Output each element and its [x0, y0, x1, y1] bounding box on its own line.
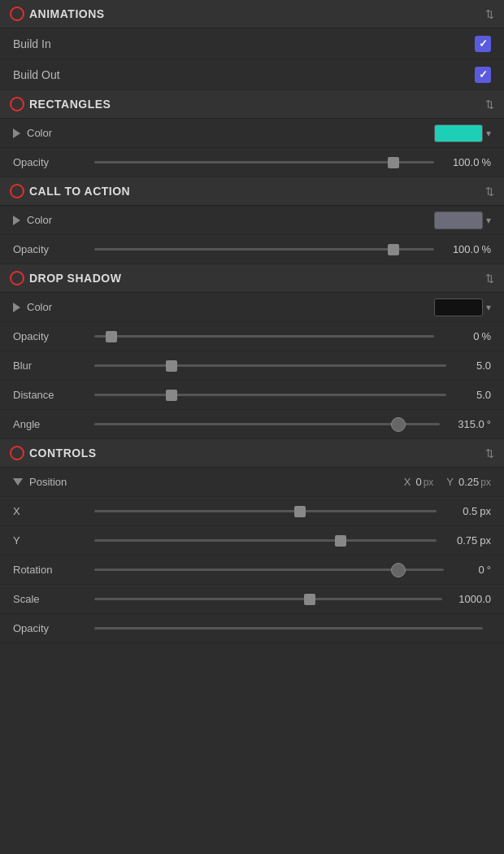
dropshadow-blur-value: 5.0 [454, 359, 491, 372]
rectangles-opacity-label: Opacity [13, 156, 86, 168]
cta-opacity-slider[interactable] [94, 248, 434, 251]
controls-opacity-slider[interactable] [94, 627, 483, 630]
controls-x-slider-row: X 0.5 px [0, 497, 504, 526]
rectangles-opacity-row: Opacity 100.0 % [0, 148, 504, 177]
dropshadow-opacity-track [94, 335, 434, 338]
rectangles-section-header[interactable]: RECTANGLES ⇅ [0, 90, 504, 119]
rectangles-title: RECTANGLES [29, 98, 111, 111]
dropshadow-distance-track [94, 394, 446, 396]
dropshadow-angle-row: Angle 315.0 ° [0, 410, 504, 439]
rectangles-color-swatch[interactable] [434, 124, 483, 142]
cta-title: CALL TO ACTION [29, 185, 130, 198]
rectangles-opacity-slider[interactable] [94, 161, 434, 163]
cta-chevron: ⇅ [485, 185, 494, 198]
build-in-label: Build In [13, 37, 475, 50]
dropshadow-distance-thumb[interactable] [166, 390, 177, 401]
controls-x-value: 0.5 [445, 505, 477, 517]
cta-color-row: Color ▾ [0, 206, 504, 235]
controls-position-x-value: 0 [415, 476, 421, 488]
controls-red-circle [10, 446, 24, 460]
rectangles-chevron: ⇅ [485, 98, 494, 111]
cta-opacity-thumb[interactable] [388, 244, 399, 255]
controls-rotation-label: Rotation [13, 564, 86, 576]
dropshadow-opacity-thumb[interactable] [106, 331, 117, 342]
cta-opacity-row: Opacity 100.0 % [0, 235, 504, 264]
controls-position-y-value: 0.25 [458, 476, 479, 488]
dropshadow-angle-thumb[interactable] [391, 417, 406, 432]
controls-x-unit: px [480, 505, 491, 517]
dropshadow-blur-track [94, 364, 446, 367]
rectangles-color-row: Color ▾ [0, 119, 504, 148]
controls-y-track [94, 539, 437, 542]
controls-y-thumb[interactable] [335, 535, 346, 547]
dropshadow-distance-row: Distance 5.0 [0, 381, 504, 410]
controls-scale-value: 1000.0 [450, 593, 491, 605]
controls-scale-slider[interactable] [94, 598, 442, 600]
controls-rotation-track [94, 569, 444, 571]
rectangles-opacity-unit: % [481, 156, 491, 168]
cta-opacity-label: Opacity [13, 243, 86, 255]
cta-color-expand[interactable] [13, 216, 20, 225]
call-to-action-section-header[interactable]: CALL TO ACTION ⇅ [0, 177, 504, 206]
controls-scale-track [94, 598, 442, 600]
dropshadow-opacity-value: 0 [442, 330, 479, 342]
dropshadow-blur-slider[interactable] [94, 364, 446, 367]
dropshadow-color-row: Color ▾ [0, 293, 504, 322]
controls-x-track [94, 510, 437, 512]
dropshadow-blur-thumb[interactable] [166, 360, 177, 372]
build-in-checkbox[interactable] [475, 36, 491, 52]
rectangles-color-expand[interactable] [13, 129, 20, 138]
cta-opacity-track [94, 248, 434, 251]
controls-rotation-slider[interactable] [94, 569, 444, 571]
rectangles-color-chevron[interactable]: ▾ [486, 128, 491, 139]
dropshadow-angle-slider[interactable] [94, 423, 440, 425]
controls-position-expand[interactable] [13, 478, 23, 486]
controls-position-x-label: X [404, 476, 411, 488]
dropshadow-color-chevron[interactable]: ▾ [486, 302, 491, 313]
cta-opacity-unit: % [481, 243, 491, 255]
rectangles-opacity-thumb[interactable] [388, 157, 399, 168]
controls-y-slider[interactable] [94, 539, 437, 542]
dropshadow-blur-row: Blur 5.0 [0, 351, 504, 381]
controls-x-thumb[interactable] [294, 506, 306, 517]
dropshadow-opacity-unit: % [481, 330, 491, 342]
dropshadow-color-expand[interactable] [13, 303, 20, 312]
dropshadow-distance-slider[interactable] [94, 394, 446, 396]
controls-chevron: ⇅ [485, 447, 494, 460]
animations-red-circle [10, 7, 24, 21]
build-out-checkbox[interactable] [475, 67, 491, 83]
controls-rotation-thumb[interactable] [391, 563, 406, 577]
controls-position-label: Position [29, 476, 404, 488]
cta-color-chevron[interactable]: ▾ [486, 215, 491, 226]
dropshadow-distance-label: Distance [13, 389, 86, 401]
dropshadow-opacity-slider[interactable] [94, 335, 434, 338]
dropshadow-red-circle [10, 271, 24, 285]
controls-y-slider-label: Y [13, 534, 86, 547]
controls-opacity-track [94, 627, 483, 630]
dropshadow-opacity-label: Opacity [13, 330, 86, 342]
dropshadow-color-swatch[interactable] [434, 298, 483, 316]
cta-color-label: Color [27, 214, 434, 226]
rectangles-opacity-value: 100.0 [442, 156, 479, 168]
dropshadow-title: DROP SHADOW [29, 272, 121, 285]
controls-section-header[interactable]: CONTROLS ⇅ [0, 439, 504, 468]
animations-title: ANIMATIONS [29, 7, 105, 20]
controls-x-slider[interactable] [94, 510, 437, 512]
controls-x-slider-label: X [13, 505, 86, 517]
cta-red-circle [10, 184, 24, 198]
drop-shadow-section-header[interactable]: DROP SHADOW ⇅ [0, 264, 504, 293]
controls-opacity-row: Opacity [0, 614, 504, 643]
controls-rotation-unit: ° [487, 564, 491, 576]
build-out-row: Build Out [0, 59, 504, 90]
dropshadow-color-label: Color [27, 301, 434, 313]
controls-scale-thumb[interactable] [304, 594, 315, 605]
controls-y-slider-row: Y 0.75 px [0, 526, 504, 556]
dropshadow-chevron: ⇅ [485, 272, 494, 285]
animations-chevron: ⇅ [485, 8, 494, 20]
animations-section-header[interactable]: ANIMATIONS ⇅ [0, 0, 504, 28]
controls-title: CONTROLS [29, 447, 97, 460]
controls-opacity-label: Opacity [13, 622, 86, 634]
controls-position-y-label: Y [446, 476, 454, 488]
cta-color-swatch[interactable] [434, 211, 483, 229]
dropshadow-distance-value: 5.0 [454, 389, 491, 401]
